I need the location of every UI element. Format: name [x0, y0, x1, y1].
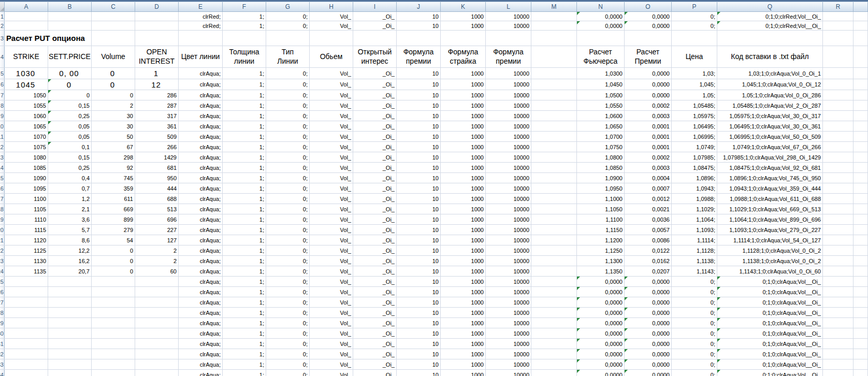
cell-L13[interactable]: 10000 [486, 152, 531, 162]
cell-R9[interactable] [823, 111, 853, 121]
cell-M1[interactable] [531, 12, 577, 21]
cell-H15[interactable]: Vol_ [310, 173, 353, 183]
cell-N2[interactable]: 0,0000 [577, 21, 625, 30]
cell-P27[interactable]: 0; [672, 297, 717, 307]
cell-A5[interactable]: 1030 [5, 68, 48, 79]
cell-L26[interactable]: 10000 [486, 287, 531, 297]
cell-R16[interactable] [823, 183, 853, 193]
cell-I24[interactable]: _Oi_ [353, 266, 397, 276]
cell-D6[interactable]: 12 [135, 79, 179, 90]
cell-C1[interactable] [92, 12, 135, 21]
cell-P22[interactable]: 1,1128; [672, 245, 717, 255]
cell-M33[interactable] [531, 359, 577, 369]
cell-P18[interactable]: 1,1029; [672, 204, 717, 214]
cell-D5[interactable]: 1 [135, 68, 179, 79]
cell-L29[interactable]: 10000 [486, 318, 531, 328]
cell-I4[interactable]: Открытый интерес [353, 46, 397, 67]
cell-E32[interactable]: clrAqua; [179, 349, 223, 359]
cell-I5[interactable]: _Oi_ [353, 68, 397, 79]
cell-edge21[interactable] [853, 235, 868, 245]
cell-M9[interactable] [531, 111, 577, 121]
cell-R33[interactable] [823, 359, 853, 369]
cell-N10[interactable]: 1,0650 [577, 121, 625, 131]
cell-edge3[interactable] [853, 31, 868, 46]
row-header-16[interactable]: 16 [0, 183, 5, 193]
cell-P2[interactable]: 0; [672, 21, 717, 30]
cell-Q15[interactable]: 1,0896;1;0;clrAqua;Vol_745_Oi_950 [717, 173, 823, 183]
cell-R3[interactable] [823, 31, 853, 46]
cell-D3[interactable] [135, 31, 179, 46]
cell-M20[interactable] [531, 225, 577, 235]
cell-M7[interactable] [531, 90, 577, 100]
cell-D7[interactable]: 286 [135, 90, 179, 100]
cell-O5[interactable]: 0,0000 [625, 68, 672, 79]
cell-H21[interactable]: Vol_ [310, 235, 353, 245]
cell-O22[interactable]: 0,0122 [625, 245, 672, 255]
cell-G5[interactable]: 0; [266, 68, 310, 79]
cell-M24[interactable] [531, 266, 577, 276]
cell-H33[interactable]: Vol_ [310, 359, 353, 369]
cell-A23[interactable]: 1130 [5, 256, 48, 266]
cell-J3[interactable] [397, 31, 441, 46]
cell-H10[interactable]: Vol_ [310, 121, 353, 131]
cell-H27[interactable]: Vol_ [310, 297, 353, 307]
cell-E2[interactable]: clrRed; [179, 21, 223, 30]
cell-G32[interactable]: 0; [266, 349, 310, 359]
cell-G14[interactable]: 0; [266, 163, 310, 172]
cell-D34[interactable] [135, 370, 179, 376]
cell-L23[interactable]: 10000 [486, 256, 531, 266]
cell-P23[interactable]: 1,1138; [672, 256, 717, 266]
cell-P6[interactable]: 1,045; [672, 79, 717, 90]
cell-edge8[interactable] [853, 100, 868, 110]
cell-I1[interactable]: _Oi_ [353, 12, 397, 21]
cell-F21[interactable]: 1; [223, 235, 266, 245]
cell-M25[interactable] [531, 277, 577, 286]
cell-J6[interactable]: 10 [397, 79, 441, 90]
cell-N25[interactable]: 0,0000 [577, 277, 625, 286]
cell-J1[interactable]: 10 [397, 12, 441, 21]
cell-B5[interactable]: 0, 00 [48, 68, 92, 79]
cell-H22[interactable]: Vol_ [310, 245, 353, 255]
cell-E3[interactable] [179, 31, 223, 46]
cell-A31[interactable] [5, 339, 48, 349]
cell-edge5[interactable] [853, 68, 868, 79]
cell-M32[interactable] [531, 349, 577, 359]
row-header-26[interactable]: 26 [0, 287, 5, 297]
cell-N33[interactable]: 0,0000 [577, 359, 625, 369]
cell-M19[interactable] [531, 214, 577, 224]
cell-I12[interactable]: _Oi_ [353, 142, 397, 152]
cell-P15[interactable]: 1,0896; [672, 173, 717, 183]
cell-N14[interactable]: 1,0850 [577, 163, 625, 172]
cell-D12[interactable]: 266 [135, 142, 179, 152]
cell-F15[interactable]: 1; [223, 173, 266, 183]
cell-K17[interactable]: 1000 [441, 194, 486, 204]
cell-C34[interactable] [92, 370, 135, 376]
cell-Q17[interactable]: 1,0988;1;0;clrAqua;Vol_611_Oi_688 [717, 194, 823, 204]
cell-F33[interactable]: 1; [223, 359, 266, 369]
cell-I11[interactable]: _Oi_ [353, 132, 397, 141]
row-header-21[interactable]: 21 [0, 235, 5, 245]
cell-P12[interactable]: 1,0749; [672, 142, 717, 152]
cell-Q2[interactable]: 0;1;0;clrRed;Vol__Oi_ [717, 21, 823, 30]
cell-C16[interactable]: 359 [92, 183, 135, 193]
cell-E11[interactable]: clrAqua; [179, 132, 223, 141]
cell-K26[interactable]: 1000 [441, 287, 486, 297]
cell-C7[interactable]: 0 [92, 90, 135, 100]
cell-N4[interactable]: Расчет Фьючерса [577, 46, 625, 67]
cell-D17[interactable]: 688 [135, 194, 179, 204]
cell-N1[interactable]: 0,0000 [577, 12, 625, 21]
cell-N5[interactable]: 1,0300 [577, 68, 625, 79]
cell-K3[interactable] [441, 31, 486, 46]
cell-L3[interactable] [486, 31, 531, 46]
cell-J15[interactable]: 10 [397, 173, 441, 183]
cell-E25[interactable]: clrAqua; [179, 277, 223, 286]
cell-E23[interactable]: clrAqua; [179, 256, 223, 266]
cell-D28[interactable] [135, 308, 179, 317]
cell-I6[interactable]: _Oi_ [353, 79, 397, 90]
cell-I18[interactable]: _Oi_ [353, 204, 397, 214]
cell-P26[interactable]: 0; [672, 287, 717, 297]
cell-M13[interactable] [531, 152, 577, 162]
cell-edge26[interactable] [853, 287, 868, 297]
cell-D31[interactable] [135, 339, 179, 349]
cell-I16[interactable]: _Oi_ [353, 183, 397, 193]
